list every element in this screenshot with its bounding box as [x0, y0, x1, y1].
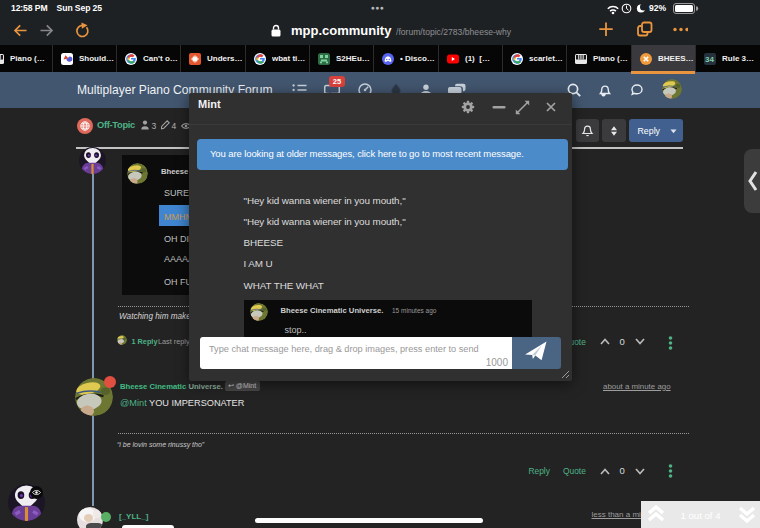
svg-text:34: 34 [705, 55, 714, 64]
